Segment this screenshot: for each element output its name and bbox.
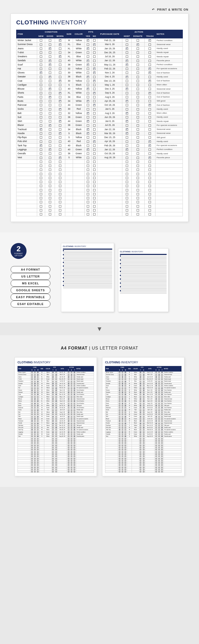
checkbox[interactable]	[49, 60, 51, 62]
checkbox[interactable]	[137, 88, 139, 90]
checkbox[interactable]	[137, 169, 139, 171]
checkbox[interactable]	[40, 140, 42, 143]
checkbox[interactable]	[149, 193, 151, 195]
small-checkbox[interactable]	[158, 409, 160, 411]
small-checkbox[interactable]	[68, 403, 69, 404]
small-checkbox[interactable]	[68, 442, 69, 444]
small-checkbox[interactable]	[31, 390, 33, 391]
small-checkbox[interactable]	[52, 414, 54, 415]
checkbox[interactable]	[93, 144, 96, 147]
small-checkbox[interactable]	[71, 374, 72, 376]
small-checkbox[interactable]	[161, 390, 163, 391]
small-checkbox[interactable]	[140, 405, 141, 406]
small-checkbox[interactable]	[74, 409, 75, 411]
small-checkbox[interactable]	[125, 390, 126, 391]
small-checkbox[interactable]	[68, 387, 69, 389]
small-checkbox[interactable]	[119, 429, 120, 430]
checkbox[interactable]	[126, 104, 128, 106]
checkbox[interactable]	[137, 51, 139, 54]
small-checkbox[interactable]	[161, 387, 163, 389]
small-checkbox[interactable]	[140, 396, 141, 398]
small-checkbox[interactable]	[140, 420, 141, 422]
small-checkbox[interactable]	[125, 431, 126, 433]
checkbox[interactable]	[137, 189, 139, 191]
small-checkbox[interactable]	[52, 407, 54, 408]
small-checkbox[interactable]	[71, 458, 72, 459]
small-checkbox[interactable]	[119, 460, 120, 461]
small-checkbox[interactable]	[155, 409, 157, 411]
checkbox[interactable]	[93, 193, 96, 195]
small-checkbox[interactable]	[119, 436, 120, 437]
small-checkbox[interactable]	[68, 372, 69, 373]
checkbox[interactable]	[126, 144, 128, 147]
small-checkbox[interactable]	[143, 400, 144, 402]
small-checkbox[interactable]	[125, 458, 126, 459]
checkbox[interactable]	[137, 96, 139, 98]
checkbox[interactable]	[93, 189, 96, 191]
small-checkbox[interactable]	[125, 403, 126, 404]
small-checkbox[interactable]	[140, 414, 141, 415]
small-checkbox[interactable]	[155, 447, 157, 448]
small-checkbox[interactable]	[155, 372, 157, 373]
checkbox[interactable]	[137, 116, 139, 118]
small-checkbox[interactable]	[34, 420, 36, 422]
small-checkbox[interactable]	[143, 418, 144, 420]
checkbox[interactable]	[149, 173, 151, 175]
small-checkbox[interactable]	[68, 398, 69, 400]
small-checkbox[interactable]	[71, 451, 72, 453]
small-checkbox[interactable]	[52, 394, 54, 395]
checkbox[interactable]	[40, 165, 42, 167]
small-checkbox[interactable]	[125, 407, 126, 408]
checkbox[interactable]	[137, 72, 139, 74]
small-checkbox[interactable]	[55, 438, 57, 439]
checkbox[interactable]	[59, 136, 61, 139]
small-checkbox[interactable]	[52, 400, 54, 402]
small-checkbox[interactable]	[155, 412, 157, 413]
small-checkbox[interactable]	[55, 431, 57, 433]
small-checkbox[interactable]	[55, 453, 57, 455]
small-checkbox[interactable]	[37, 449, 38, 450]
checkbox[interactable]	[93, 136, 96, 139]
checkbox[interactable]	[40, 68, 42, 70]
small-checkbox[interactable]	[143, 405, 144, 406]
checkbox[interactable]	[49, 201, 51, 203]
checkbox[interactable]	[59, 96, 61, 98]
small-checkbox[interactable]	[158, 429, 160, 430]
checkbox[interactable]	[149, 68, 151, 70]
checkbox[interactable]	[93, 60, 96, 62]
checkbox[interactable]	[126, 169, 128, 171]
small-checkbox[interactable]	[74, 416, 75, 417]
small-checkbox[interactable]	[155, 394, 157, 395]
small-checkbox[interactable]	[161, 372, 163, 373]
small-checkbox[interactable]	[74, 392, 75, 393]
small-checkbox[interactable]	[74, 427, 75, 428]
small-checkbox[interactable]	[55, 383, 57, 384]
small-checkbox[interactable]	[34, 456, 36, 457]
checkbox[interactable]	[49, 116, 51, 118]
small-checkbox[interactable]	[55, 469, 57, 470]
small-checkbox[interactable]	[140, 427, 141, 428]
small-checkbox[interactable]	[122, 396, 123, 398]
checkbox[interactable]	[49, 213, 51, 215]
checkbox[interactable]	[126, 197, 128, 199]
small-checkbox[interactable]	[158, 400, 160, 402]
small-checkbox[interactable]	[155, 405, 157, 406]
small-checkbox[interactable]	[125, 400, 126, 402]
small-checkbox[interactable]	[161, 405, 163, 406]
small-checkbox[interactable]	[119, 438, 120, 439]
checkbox[interactable]	[40, 148, 42, 151]
small-checkbox[interactable]	[122, 409, 123, 411]
small-checkbox[interactable]	[71, 400, 72, 402]
small-checkbox[interactable]	[37, 420, 38, 422]
small-checkbox[interactable]	[161, 385, 163, 386]
checkbox[interactable]	[149, 136, 151, 139]
small-checkbox[interactable]	[125, 398, 126, 400]
small-checkbox[interactable]	[68, 400, 69, 402]
small-checkbox[interactable]	[143, 407, 144, 408]
checkbox[interactable]	[93, 55, 96, 58]
checkbox[interactable]	[87, 177, 89, 179]
small-checkbox[interactable]	[31, 451, 33, 453]
small-checkbox[interactable]	[31, 456, 33, 457]
small-checkbox[interactable]	[122, 471, 123, 472]
checkbox[interactable]	[87, 60, 89, 62]
